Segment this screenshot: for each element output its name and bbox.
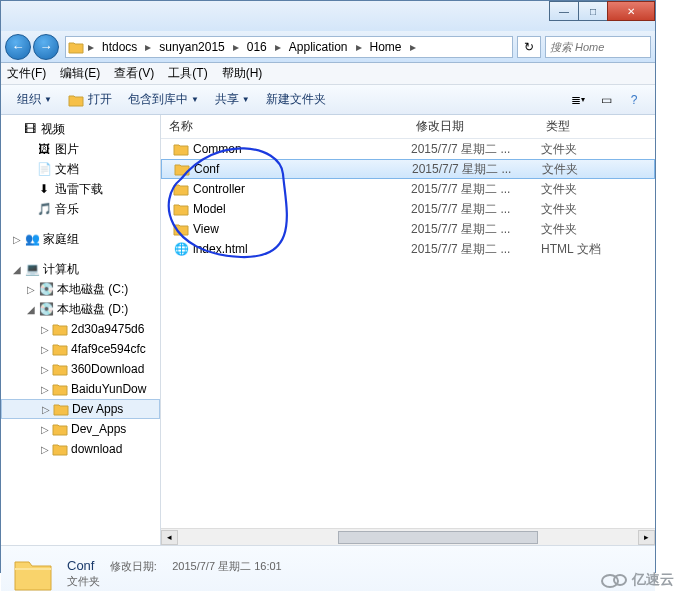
file-date: 2015/7/7 星期二 ...	[411, 221, 541, 238]
tree-folder[interactable]: ▷4faf9ce594cfc	[1, 339, 160, 359]
chevron-down-icon: ▼	[242, 95, 250, 104]
pictures-icon: 🖼	[35, 142, 53, 156]
newfolder-button[interactable]: 新建文件夹	[258, 91, 334, 108]
maximize-button[interactable]: □	[578, 1, 608, 21]
file-row[interactable]: 🌐index.html2015/7/7 星期二 ...HTML 文档	[161, 239, 655, 259]
folder-icon	[11, 552, 55, 592]
open-button[interactable]: 打开	[60, 91, 120, 108]
chevron-right-icon: ▸	[273, 40, 283, 54]
expand-icon[interactable]: ▷	[39, 324, 51, 335]
horizontal-scrollbar[interactable]: ◂ ▸	[161, 528, 655, 545]
file-type: 文件夹	[542, 161, 578, 178]
file-row[interactable]: Controller2015/7/7 星期二 ...文件夹	[161, 179, 655, 199]
collapse-icon[interactable]: ◢	[25, 304, 37, 315]
close-button[interactable]: ✕	[607, 1, 655, 21]
svg-point-1	[614, 575, 626, 585]
breadcrumb-item[interactable]: Home	[364, 40, 408, 54]
include-button[interactable]: 包含到库中▼	[120, 91, 207, 108]
file-row[interactable]: Common2015/7/7 星期二 ...文件夹	[161, 139, 655, 159]
menu-edit[interactable]: 编辑(E)	[60, 65, 100, 82]
breadcrumb-item[interactable]: htdocs	[96, 40, 143, 54]
tree-folder[interactable]: ▷2d30a9475d6	[1, 319, 160, 339]
expand-icon[interactable]: ▷	[39, 444, 51, 455]
file-date: 2015/7/7 星期二 ...	[411, 201, 541, 218]
expand-icon[interactable]: ▷	[39, 384, 51, 395]
file-type: HTML 文档	[541, 241, 601, 258]
refresh-button[interactable]: ↻	[517, 36, 541, 58]
help-button[interactable]: ?	[621, 89, 647, 111]
tree-video[interactable]: 🎞视频	[1, 119, 160, 139]
breadcrumb-item[interactable]: Application	[283, 40, 354, 54]
column-type[interactable]: 类型	[538, 118, 638, 135]
menu-tools[interactable]: 工具(T)	[168, 65, 207, 82]
details-pane: Conf 修改日期: 2015/7/7 星期二 16:01 文件夹	[1, 545, 655, 591]
details-name: Conf	[67, 558, 94, 573]
expand-icon[interactable]: ▷	[40, 404, 52, 415]
tree-folder-devapps[interactable]: ▷Dev Apps	[1, 399, 160, 419]
column-date[interactable]: 修改日期	[408, 118, 538, 135]
minimize-button[interactable]: —	[549, 1, 579, 21]
file-row[interactable]: View2015/7/7 星期二 ...文件夹	[161, 219, 655, 239]
watermark: 亿速云	[600, 571, 674, 589]
menu-view[interactable]: 查看(V)	[114, 65, 154, 82]
tree-pictures[interactable]: 🖼图片	[1, 139, 160, 159]
tree-folder[interactable]: ▷360Download	[1, 359, 160, 379]
tree-xunlei[interactable]: ⬇迅雷下载	[1, 179, 160, 199]
music-icon: 🎵	[35, 202, 53, 216]
folder-icon	[169, 202, 193, 216]
file-name: View	[193, 222, 411, 236]
preview-pane-button[interactable]: ▭	[593, 89, 619, 111]
tree-folder[interactable]: ▷BaiduYunDow	[1, 379, 160, 399]
folder-icon	[169, 182, 193, 196]
folder-icon	[51, 322, 69, 336]
share-button[interactable]: 共享▼	[207, 91, 258, 108]
scroll-left-button[interactable]: ◂	[161, 530, 178, 545]
menu-help[interactable]: 帮助(H)	[222, 65, 263, 82]
tree-folder[interactable]: ▷download	[1, 439, 160, 459]
expand-icon[interactable]: ▷	[39, 424, 51, 435]
back-button[interactable]: ←	[5, 34, 31, 60]
chevron-down-icon: ▼	[44, 95, 52, 104]
navigation-tree: 🎞视频 🖼图片 📄文档 ⬇迅雷下载 🎵音乐 ▷👥家庭组 ◢💻计算机 ▷💽本地磁盘…	[1, 115, 161, 545]
expand-icon[interactable]: ▷	[25, 284, 37, 295]
tree-computer[interactable]: ◢💻计算机	[1, 259, 160, 279]
forward-button[interactable]: →	[33, 34, 59, 60]
folder-icon	[66, 40, 86, 54]
organize-button[interactable]: 组织▼	[9, 91, 60, 108]
file-name: Model	[193, 202, 411, 216]
tree-folder[interactable]: ▷Dev_Apps	[1, 419, 160, 439]
tree-documents[interactable]: 📄文档	[1, 159, 160, 179]
scrollbar-thumb[interactable]	[338, 531, 538, 544]
menu-file[interactable]: 文件(F)	[7, 65, 46, 82]
file-row[interactable]: Model2015/7/7 星期二 ...文件夹	[161, 199, 655, 219]
file-name: Common	[193, 142, 411, 156]
breadcrumb[interactable]: ▸ htdocs ▸ sunyan2015 ▸ 016 ▸ Applicatio…	[65, 36, 513, 58]
search-input[interactable]	[550, 41, 646, 53]
document-icon: 📄	[35, 162, 53, 176]
breadcrumb-item[interactable]: sunyan2015	[153, 40, 230, 54]
collapse-icon[interactable]: ◢	[11, 264, 23, 275]
file-date: 2015/7/7 星期二 ...	[412, 161, 542, 178]
expand-icon[interactable]: ▷	[39, 364, 51, 375]
download-icon: ⬇	[35, 182, 53, 196]
scroll-right-button[interactable]: ▸	[638, 530, 655, 545]
folder-icon	[51, 422, 69, 436]
file-row[interactable]: Conf2015/7/7 星期二 ...文件夹	[161, 159, 655, 179]
details-type: 文件夹	[67, 574, 282, 589]
expand-icon[interactable]: ▷	[39, 344, 51, 355]
view-options-button[interactable]: ≣▾	[565, 89, 591, 111]
tree-drive-d[interactable]: ◢💽本地磁盘 (D:)	[1, 299, 160, 319]
file-type: 文件夹	[541, 141, 577, 158]
tree-drive-c[interactable]: ▷💽本地磁盘 (C:)	[1, 279, 160, 299]
file-name: index.html	[193, 242, 411, 256]
details-modlabel: 修改日期:	[110, 560, 157, 572]
tree-homegroup[interactable]: ▷👥家庭组	[1, 229, 160, 249]
tree-music[interactable]: 🎵音乐	[1, 199, 160, 219]
expand-icon[interactable]: ▷	[11, 234, 23, 245]
chevron-right-icon: ▸	[86, 40, 96, 54]
breadcrumb-item[interactable]: 016	[241, 40, 273, 54]
column-name[interactable]: 名称	[161, 118, 408, 135]
search-box[interactable]	[545, 36, 651, 58]
column-headers: 名称 修改日期 类型	[161, 115, 655, 139]
file-date: 2015/7/7 星期二 ...	[411, 141, 541, 158]
